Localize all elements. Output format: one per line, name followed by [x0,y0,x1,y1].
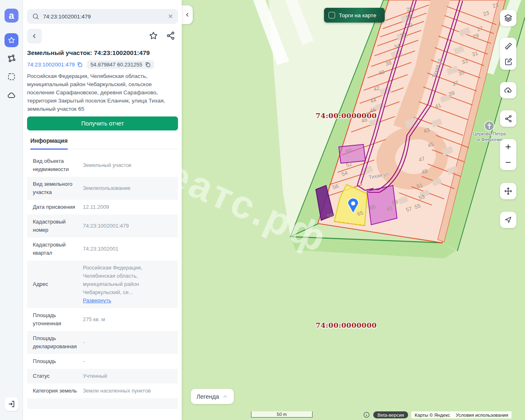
row-label: Кадастровый номер [33,218,83,234]
table-row: Вид земельного участкаЗемлепользование [27,177,178,200]
share-button[interactable] [166,31,176,41]
attribution-yandex[interactable]: Карты © Яндекс [415,413,450,418]
favorite-star-button[interactable] [148,31,158,41]
row-value: - [83,357,172,365]
table-row: АдресРоссийская Федерация, Челябинская о… [27,260,178,308]
tab-information[interactable]: Информация [30,137,68,150]
sidebar-item-polygon-tool[interactable] [5,52,18,65]
edit-icon [504,57,513,66]
object-address: Российская Федерация, Челябинская област… [27,72,175,113]
polygon-icon [7,54,16,63]
tab-bar: Информация [27,136,178,149]
layers-button[interactable] [500,10,516,26]
row-value: 74:23:1002001:479 [83,222,172,230]
search-input[interactable] [43,14,164,20]
login-button[interactable] [5,397,18,411]
map-canvas[interactable] [182,0,525,420]
map-attribution: Карты © Яндекс Условия использования [411,411,511,418]
church-poi-label: и Февронии [477,137,503,142]
back-button[interactable] [27,29,42,43]
terms-of-use-link[interactable]: Условия использования [456,413,508,418]
share-map-button[interactable] [500,110,516,127]
clear-search-icon[interactable]: ✕ [168,13,173,20]
move-icon [504,187,513,196]
scale-bar: 50 m [251,411,313,418]
zoom-control [500,139,516,170]
sidebar-item-cloud[interactable] [5,89,18,101]
table-row: Кадастровый номер74:23:1002001:479 [27,215,178,237]
row-label: Площадь уточненная [33,311,83,328]
coordinates-chip[interactable]: 54.879847 60.231255 [87,60,154,69]
row-value: Российская Федерация, Челябинская област… [83,264,172,305]
row-label: Площадь декларированная [33,334,83,351]
info-table: Вид объекта недвижимостиЗемельный участо… [27,154,178,409]
row-label: Кадастровый квартал [33,241,83,257]
app-logo[interactable]: a [5,9,18,23]
edit-button[interactable] [500,54,516,69]
cloud-upload-icon [504,86,513,95]
measure-button[interactable] [500,38,516,54]
table-row: Площадь декларированная- [27,331,178,354]
parcel-50-highlight[interactable] [339,144,365,163]
chevron-up-icon [222,394,228,399]
row-value: Земли населенных пунктов [83,387,172,395]
table-row: Площадь уточненная275 кв. м [27,308,178,331]
search-icon [32,13,39,20]
minus-icon [504,158,512,167]
copy-icon [145,62,151,68]
row-value: Учтенный [83,372,172,380]
church-poi-label: Церковь Петра [473,131,506,136]
info-icon[interactable] [363,411,370,418]
locate-button[interactable] [500,212,516,228]
star-icon [7,36,16,44]
table-row: Категория земельЗемли населенных пунктов [27,383,178,398]
beta-badge: Beta-версия [373,411,408,418]
church-poi-icon[interactable] [484,121,495,131]
table-row: Площадь- [27,354,178,369]
cadastral-quarter-label: 74:00:0000000 [315,321,377,329]
table-row: Кадастровый квартал74:23:1002001 [27,237,178,260]
chevron-left-icon [185,12,190,18]
zoom-in-button[interactable] [500,139,516,155]
sidebar-item-favorites[interactable] [5,33,18,47]
auction-on-map-toggle[interactable]: Торги на карте [324,8,385,23]
row-label: Вид земельного участка [33,180,83,196]
row-label: Площадь [33,357,83,365]
login-icon [7,400,16,408]
checkbox-icon[interactable] [329,12,335,18]
ruler-icon [504,42,513,50]
row-label: Дата присвоения [33,203,83,211]
cadastral-number-link[interactable]: 74:23:1002001:479 [27,62,83,68]
gavel-watermark-icon [379,9,380,21]
table-row: СтатусУчтенный [27,369,178,383]
row-value: - [83,338,172,347]
row-label: Категория земель [33,387,83,395]
get-report-button[interactable]: Получить отчет [27,116,178,130]
panel-collapse-button[interactable] [182,5,193,24]
row-label: Вид объекта недвижимости [33,157,83,173]
page-title: Земельный участок: 74:23:1002001:479 [27,49,178,57]
row-value: Земельный участок [83,161,172,169]
share-icon [504,114,513,123]
sidebar-item-select-area[interactable] [5,71,18,83]
table-row: Дата присвоения12.11.2009 [27,200,178,215]
upload-button[interactable] [500,82,516,98]
row-label: Статус [33,372,83,380]
object-panel: ✕ Земельный участок: 74:23:1002001:479 7… [23,0,182,420]
legend-button[interactable]: Легенда [191,389,234,404]
search-bar[interactable]: ✕ [27,9,178,24]
row-value: 275 кв. м [83,315,172,324]
cadastral-quarter-label: 74:00:0000000 [315,112,377,120]
row-label: Адрес [33,280,83,288]
pan-button[interactable] [500,183,516,199]
map-area: еатс.рф 21232729313335373941434547495153… [182,0,525,420]
row-value: Землепользование [83,184,172,192]
zoom-out-button[interactable] [500,155,516,170]
table-row: Вид объекта недвижимостиЗемельный участо… [27,154,178,177]
row-value: 74:23:1002001 [83,245,172,253]
icon-rail: a [0,0,23,420]
app-logo-letter: a [9,10,14,21]
cloud-icon [7,91,16,100]
expand-link[interactable]: Развернуть [83,297,111,304]
layers-icon [504,14,513,23]
